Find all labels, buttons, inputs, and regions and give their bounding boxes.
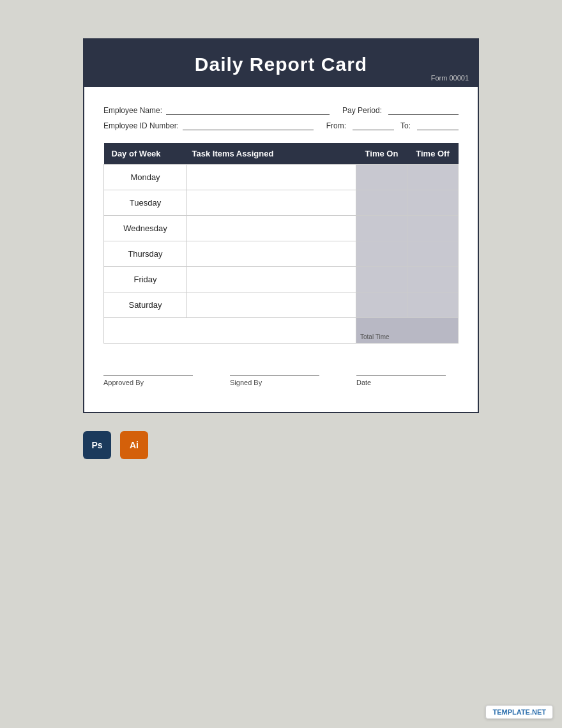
date-item: Date [356,375,459,386]
card-body: Employee Name: Pay Period: Employee ID N… [84,87,478,412]
employee-name-row: Employee Name: Pay Period: [103,106,459,115]
fields-section: Employee Name: Pay Period: Employee ID N… [103,106,459,130]
date-line [356,375,446,376]
total-row: Total Time [104,318,459,344]
from-to-group: From: To: [326,121,459,130]
approved-by-line [103,375,193,376]
time-on-wednesday[interactable] [356,216,407,241]
time-off-saturday[interactable] [407,292,459,318]
report-card: Daily Report Card Form 00001 Employee Na… [83,38,479,413]
table-row: Friday [104,267,459,292]
table-header-row: Day of Week Task Items Assigned Time On … [104,143,459,165]
total-time-label [104,318,356,344]
report-table: Day of Week Task Items Assigned Time On … [103,143,459,344]
time-off-thursday[interactable] [407,241,459,267]
signed-by-label: Signed By [230,379,262,386]
pay-period-label: Pay Period: [342,106,382,115]
approved-by-item: Approved By [103,375,206,386]
employee-name-line[interactable] [166,106,330,115]
col-header-day: Day of Week [104,143,187,165]
time-on-friday[interactable] [356,267,407,292]
total-time-cell[interactable]: Total Time [356,318,459,344]
from-line[interactable] [353,121,394,130]
day-thursday: Thursday [104,241,187,267]
template-badge-text: TEMPLATE.NET [492,708,546,716]
pay-period-line[interactable] [388,106,459,115]
to-label: To: [400,121,411,130]
task-monday[interactable] [187,165,356,190]
bottom-icons: Ps Ai [83,431,148,459]
col-header-task: Task Items Assigned [187,143,356,165]
illustrator-icon: Ai [120,431,148,459]
table-row: Wednesday [104,216,459,241]
col-header-time-on: Time On [356,143,407,165]
day-friday: Friday [104,267,187,292]
pay-period-group: Pay Period: [342,106,459,115]
date-label: Date [356,379,371,386]
time-off-wednesday[interactable] [407,216,459,241]
table-row: Tuesday [104,190,459,216]
task-wednesday[interactable] [187,216,356,241]
time-off-friday[interactable] [407,267,459,292]
employee-name-label: Employee Name: [103,106,162,115]
to-line[interactable] [417,121,459,130]
template-badge: TEMPLATE.NET [485,705,553,719]
time-off-monday[interactable] [407,165,459,190]
day-wednesday: Wednesday [104,216,187,241]
table-row: Thursday [104,241,459,267]
task-thursday[interactable] [187,241,356,267]
task-friday[interactable] [187,267,356,292]
approved-by-label: Approved By [103,379,144,386]
day-tuesday: Tuesday [104,190,187,216]
employee-id-label: Employee ID Number: [103,121,179,130]
day-saturday: Saturday [104,292,187,318]
signed-by-item: Signed By [230,375,332,386]
total-time-text: Total Time [360,333,390,340]
card-header: Daily Report Card Form 00001 [84,40,478,87]
time-on-thursday[interactable] [356,241,407,267]
time-on-saturday[interactable] [356,292,407,318]
time-on-tuesday[interactable] [356,190,407,216]
employee-id-line[interactable] [183,121,314,130]
signature-section: Approved By Signed By Date [103,375,459,386]
table-row: Monday [104,165,459,190]
from-label: From: [326,121,346,130]
form-number: Form 00001 [431,74,469,82]
signed-by-line [230,375,319,376]
employee-id-row: Employee ID Number: From: To: [103,121,459,130]
task-saturday[interactable] [187,292,356,318]
time-on-monday[interactable] [356,165,407,190]
photoshop-icon: Ps [83,431,111,459]
col-header-time-off: Time Off [407,143,459,165]
table-row: Saturday [104,292,459,318]
task-tuesday[interactable] [187,190,356,216]
time-off-tuesday[interactable] [407,190,459,216]
day-monday: Monday [104,165,187,190]
card-title: Daily Report Card [97,54,465,75]
